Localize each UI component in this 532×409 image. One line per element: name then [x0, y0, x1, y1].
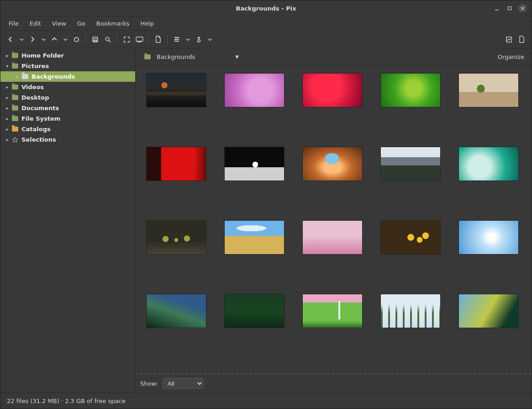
up-dropdown[interactable]	[61, 33, 70, 46]
chevron-right-icon[interactable]: ▸	[3, 53, 11, 58]
thumbnail[interactable]	[456, 294, 522, 328]
chevron-right-icon[interactable]: ▸	[3, 137, 11, 142]
thumbnail-gallery[interactable]	[136, 65, 532, 374]
folder-icon	[21, 73, 29, 80]
back-history-dropdown[interactable]	[17, 33, 26, 46]
menu-help[interactable]: Help	[136, 18, 158, 29]
thumbnail-image-waterfall-plain	[303, 294, 362, 328]
tree-item-desktop[interactable]: ▸Desktop	[0, 92, 135, 103]
chevron-down-icon[interactable]: ▾	[3, 64, 11, 69]
tree-item-catalogs[interactable]: ▸Catalogs	[0, 124, 135, 134]
menu-go[interactable]: Go	[73, 18, 90, 29]
thumbnail-image-green-branch	[381, 74, 440, 107]
maximize-button[interactable]	[505, 4, 514, 13]
thumbnail-image-edelweiss	[225, 147, 284, 181]
chevron-right-icon[interactable]: ▸	[3, 116, 11, 121]
stop-reload-button[interactable]	[70, 33, 83, 46]
thumbnail-image-lilac-flowers	[225, 74, 284, 107]
thumbnail[interactable]	[456, 74, 522, 107]
thumbnail[interactable]	[143, 221, 209, 254]
thumbnail[interactable]	[143, 294, 209, 328]
tools-dropdown[interactable]	[205, 33, 214, 46]
thumbnail[interactable]	[221, 294, 287, 328]
thumbnail[interactable]	[456, 147, 522, 181]
folder-icon	[11, 52, 19, 59]
chevron-right-icon[interactable]: ▸	[3, 127, 11, 132]
chevron-right-icon[interactable]: ▸	[3, 106, 11, 111]
thumbnail[interactable]	[456, 221, 522, 254]
toolbar	[0, 31, 532, 48]
forward-history-dropdown[interactable]	[39, 33, 48, 46]
tree-item-backgrounds[interactable]: ▸Backgrounds	[0, 71, 135, 82]
print-button[interactable]	[89, 33, 101, 46]
menu-file[interactable]: File	[4, 18, 23, 29]
tree-item-pictures[interactable]: ▾Pictures	[0, 61, 135, 71]
edit-file-button[interactable]	[152, 33, 164, 46]
slideshow-button[interactable]	[133, 33, 146, 46]
view-mode-button[interactable]	[170, 33, 183, 46]
show-filter-select[interactable]: All	[163, 378, 204, 389]
thumbnail[interactable]	[299, 294, 365, 328]
location-current[interactable]: Backgrounds	[140, 51, 199, 62]
thumbnail[interactable]	[299, 147, 365, 181]
tree-item-documents[interactable]: ▸Documents	[0, 103, 135, 113]
toolbar-separator	[148, 35, 149, 44]
location-dropdown[interactable]: ▼	[235, 54, 239, 59]
tree-item-selections[interactable]: ▸Selections	[0, 134, 135, 145]
sidebar[interactable]: ▸Home Folder▾Pictures▸Backgrounds▸Videos…	[0, 48, 136, 393]
back-button[interactable]	[4, 33, 17, 46]
thumbnail[interactable]	[143, 74, 209, 107]
thumbnail[interactable]	[299, 74, 365, 107]
up-button[interactable]	[48, 33, 61, 46]
body: ▸Home Folder▾Pictures▸Backgrounds▸Videos…	[0, 48, 532, 393]
thumbnail[interactable]	[221, 221, 287, 254]
minimize-button[interactable]	[492, 4, 501, 13]
thumbnail[interactable]	[221, 74, 287, 107]
chevron-right-icon[interactable]: ▸	[3, 95, 11, 100]
thumbnail-image-desert-sprout	[459, 74, 518, 107]
chevron-right-icon[interactable]: ▸	[3, 85, 11, 90]
tree-item-videos[interactable]: ▸Videos	[0, 82, 135, 92]
forward-button[interactable]	[26, 33, 39, 46]
thumbnail[interactable]	[378, 74, 444, 107]
thumbnail[interactable]	[378, 221, 444, 254]
thumbnail[interactable]	[378, 294, 444, 328]
tree-item-label: Home Folder	[21, 52, 64, 59]
tree-item-label: Pictures	[21, 63, 49, 69]
thumbnail[interactable]	[143, 147, 209, 181]
properties-button[interactable]	[502, 33, 515, 46]
thumbnail-image-misty-hills	[147, 294, 206, 328]
thumbnail[interactable]	[299, 221, 365, 254]
svg-rect-7	[136, 37, 143, 41]
tree-item-home-folder[interactable]: ▸Home Folder	[0, 50, 135, 61]
thumbnail[interactable]	[378, 147, 444, 181]
close-button[interactable]	[518, 4, 527, 13]
thumbnail[interactable]	[221, 147, 287, 181]
tools-button[interactable]	[192, 33, 205, 46]
organize-button[interactable]: Organize	[495, 52, 527, 62]
folder-icon	[11, 94, 19, 101]
chevron-right-icon[interactable]: ▸	[13, 74, 21, 79]
menu-edit[interactable]: Edit	[25, 18, 46, 29]
view-mode-dropdown[interactable]	[183, 33, 192, 46]
toolbar-separator	[117, 35, 117, 44]
location-bar: Backgrounds ▼ Organize	[136, 48, 532, 65]
svg-rect-8	[137, 42, 141, 42]
menu-bookmarks[interactable]: Bookmarks	[92, 18, 134, 29]
star-icon	[11, 136, 19, 143]
fullscreen-button[interactable]	[120, 33, 133, 46]
thumbnail-image-snowy-peaks	[381, 147, 440, 181]
menu-view[interactable]: View	[47, 18, 71, 29]
edit-image-button[interactable]	[515, 33, 528, 46]
thumbnail-image-red-petal	[147, 147, 206, 181]
toolbar-separator	[167, 35, 168, 44]
tree-item-file-system[interactable]: ▸File System	[0, 113, 135, 124]
search-button[interactable]	[101, 33, 114, 46]
tree-item-label: File System	[21, 115, 60, 122]
tree-item-label: Backgrounds	[32, 73, 75, 80]
svg-rect-1	[508, 7, 511, 10]
folder-icon	[11, 105, 19, 112]
svg-point-9	[197, 39, 200, 42]
folder-icon	[11, 115, 19, 122]
tree-item-label: Desktop	[21, 94, 49, 101]
